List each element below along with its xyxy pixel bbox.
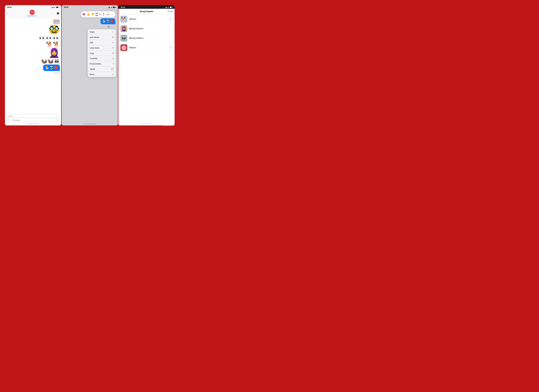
sticker-memoji-1: 🥸: [6, 25, 60, 34]
bubble-emoji-a: 🐕: [102, 20, 106, 23]
bubble-emoji-c: 🔴: [110, 20, 114, 23]
edit-label: Edit: [90, 42, 93, 44]
emoji-list: 🐕 Stickers ⬆ 🧕 Memoji Stickers 👽 Memoji …: [118, 14, 175, 53]
translate-label: Translate: [90, 57, 98, 59]
status-icons-1: ▲: [51, 6, 59, 8]
bubble-emoji-1: 🐕: [45, 66, 49, 70]
home-bar-3: [140, 124, 153, 124]
sticker-woman: 🧕: [6, 48, 60, 57]
emoji-label-2: Memoji Stickers: [129, 28, 173, 30]
home-bar-1: [27, 124, 39, 124]
speak-icon: 💬: [111, 68, 114, 70]
reaction-exclaim[interactable]: ‼: [99, 13, 101, 16]
share-button-1[interactable]: ⬆: [169, 17, 173, 21]
emoji-message-bubble[interactable]: 🐕 👽 🔴: [6, 65, 60, 71]
edit-icon: ✏: [112, 41, 114, 44]
eyes-sticker: 👀👀👀: [39, 35, 60, 41]
status-bar-2: 09:41 ▲: [62, 5, 118, 9]
video-call-button[interactable]: 🎥: [57, 12, 59, 15]
context-menu-undo-send[interactable]: Undo Send ↺: [88, 45, 116, 51]
emoji-preview-4: 🌸: [120, 44, 127, 51]
status-icons-3: ▲: [165, 6, 172, 8]
emoji-label-4: Stickers: [129, 47, 167, 49]
phone-1: 09:41 ▲ ‹ GADGETHACKS Gadget Hacks ✓: [5, 5, 61, 125]
status-bar-3: 09:41 ▲: [118, 5, 175, 9]
undo-send-icon: ↺: [112, 47, 114, 49]
time-2: 09:41: [64, 6, 68, 8]
reply-label: Reply: [90, 31, 95, 33]
reaction-heart[interactable]: 💗: [82, 13, 85, 16]
emoji-list-item-3[interactable]: 👽 Memoji Stickers: [118, 33, 175, 43]
sticker-animals: 🦦🦦🦝: [6, 58, 60, 63]
context-menu-edit[interactable]: Edit ✏: [88, 40, 116, 45]
wifi-icon-3: ▲: [168, 6, 169, 8]
blue-bubble-2[interactable]: 🐕 👽 🔴 ◟: [101, 18, 115, 24]
context-menu-copy[interactable]: Copy ⧉: [88, 51, 116, 56]
done-button[interactable]: Done: [168, 10, 173, 13]
copy-label: Copy: [90, 52, 94, 54]
time-1: 09:41: [7, 6, 12, 8]
emoji-details-screen: Emoji Details Done 🐕 Stickers ⬆ 🧕: [118, 9, 175, 125]
signal-icon-2: [108, 7, 110, 8]
messages-list: 🧍🐕 🥸 👀👀👀 🐕🐕 🧕: [5, 18, 61, 75]
emoji-list-item-1[interactable]: 🐕 Stickers ⬆: [118, 14, 175, 24]
add-sticker-label: Add Sticker: [90, 36, 100, 38]
signal-icon-3: [165, 7, 167, 8]
context-menu: Reply ↩ Add Sticker ⊕ Edit ✏ Undo Send ↺: [88, 29, 116, 77]
context-menu-reply[interactable]: Reply ↩: [88, 29, 116, 35]
context-menu-more[interactable]: More... ⊙: [88, 72, 116, 77]
add-button[interactable]: +: [6, 118, 10, 122]
animal-sticker: 🦦🦦🦝: [41, 58, 60, 63]
bubble-tail: ◟: [115, 22, 116, 25]
add-sticker-icon: ⊕: [112, 36, 114, 38]
emoji-details-icon: ℹ: [113, 62, 114, 65]
nav-bar-1: ‹ GADGETHACKS Gadget Hacks ✓ 🎥: [5, 9, 61, 18]
message-input-area: Subject + iMessage 🎙: [5, 114, 61, 123]
reaction-eyes[interactable]: 👀: [106, 13, 110, 16]
memoji-reaction: ☺: [107, 25, 110, 28]
reaction-add[interactable]: +: [111, 13, 114, 16]
reaction-bar: 💗 👍 👎 HAHA ‼ ❓ 👀 +: [81, 11, 115, 17]
emoji-preview-2: 🧕: [120, 25, 127, 32]
image-placeholder: 🧍🐕: [53, 19, 60, 24]
watermark: GadgetHacks.com: [163, 125, 175, 126]
reaction-question[interactable]: ❓: [102, 13, 105, 16]
reaction-laugh[interactable]: HAHA: [96, 12, 98, 16]
share-button-4[interactable]: ⬆: [169, 46, 173, 50]
contact-name[interactable]: Gadget Hacks ✓: [27, 15, 37, 17]
sticker-eyes: 👀👀👀: [6, 35, 60, 41]
input-row: + iMessage 🎙: [6, 118, 60, 122]
emoji-list-item-2[interactable]: 🧕 Memoji Stickers: [118, 24, 175, 33]
subject-field[interactable]: Subject: [6, 115, 60, 118]
battery-icon-2: [113, 7, 116, 8]
imessage-input[interactable]: iMessage 🎙: [11, 118, 60, 122]
wifi-icon-1: ▲: [54, 6, 55, 8]
translate-icon: ⇄: [112, 57, 114, 60]
phone-2: 09:41 ▲ 💗 👍 👎 HAHA ‼: [62, 5, 118, 125]
reaction-thumbsup[interactable]: 👍: [87, 13, 90, 16]
battery-icon-3: [169, 7, 172, 8]
emoji-details-title: Emoji Details: [140, 10, 153, 13]
emoji-preview-3: 👽: [120, 35, 127, 42]
back-button[interactable]: ‹: [7, 12, 8, 15]
bubble-emoji-b: 👽: [106, 20, 110, 23]
home-indicator-3: [118, 123, 175, 125]
status-bar-1: 09:41 ▲: [5, 5, 61, 9]
reaction-thumbsdown[interactable]: 👎: [91, 13, 94, 16]
context-menu-speak[interactable]: Speak 💬: [88, 67, 116, 72]
contact-info[interactable]: GADGETHACKS Gadget Hacks ✓: [27, 10, 37, 17]
sticker-dogs: 🐕🐕: [6, 42, 60, 47]
microphone-icon: 🎙: [57, 119, 58, 121]
context-menu-add-sticker[interactable]: Add Sticker ⊕: [88, 35, 116, 40]
bubble-emoji-3: 🔴: [54, 66, 58, 70]
emoji-list-item-4[interactable]: 🌸 Stickers ⬆: [118, 43, 175, 53]
emoji-preview-1: 🐕: [120, 16, 127, 23]
battery-icon-1: [56, 7, 59, 8]
context-menu-translate[interactable]: Translate ⇄: [88, 56, 116, 61]
context-menu-emoji-details[interactable]: Emoji Details... ℹ: [88, 61, 116, 67]
emoji-label-1: Stickers: [129, 18, 167, 20]
home-indicator-2: [62, 123, 118, 125]
woman-sticker: 🧕: [48, 48, 60, 57]
message-area-2: 💗 👍 👎 HAHA ‼ ❓ 👀 + 🐕 👽 🔴 ◟ ☺: [62, 9, 118, 78]
delivered-status: Delivered: [6, 72, 60, 74]
